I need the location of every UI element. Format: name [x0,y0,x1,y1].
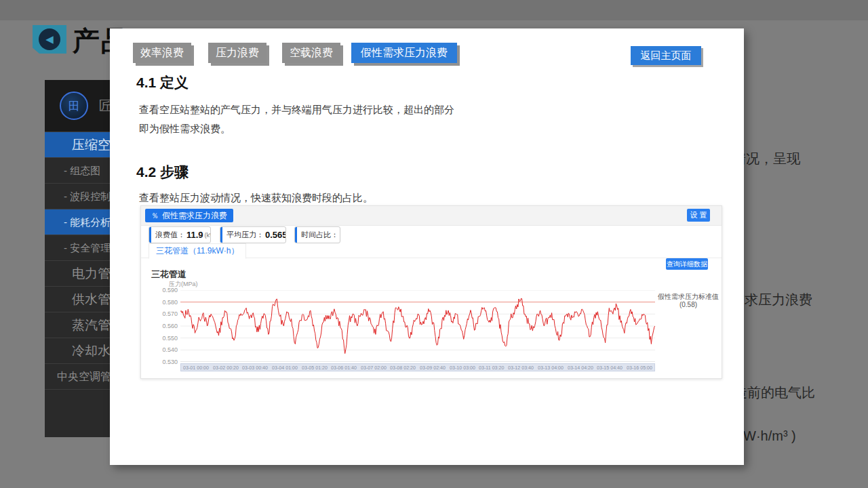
app-title-text: 假性需求压力浪费 [162,211,227,220]
background-text-fragment: 造前的电气比 [734,384,815,402]
y-tick-label: 0.550 [146,335,178,342]
nav-tab[interactable]: 压力浪费 [208,43,267,63]
y-axis-ticks: 0.5900.5800.5700.5600.5500.5400.530 [146,287,178,365]
section-heading-definition: 4.1 定义 [136,73,189,92]
x-tick-label: 03-03 00:40 [242,365,268,371]
threshold-value: (0.58) [658,301,719,309]
sidebar-logo-icon: 田 [60,92,88,120]
x-tick-label: 03-02 00:20 [213,365,239,371]
app-title-badge: ％假性需求压力浪费 [145,209,233,222]
x-tick-label: 03-16 05:00 [627,365,652,371]
x-tick-label: 03-04 01:00 [272,365,298,371]
settings-button[interactable]: 设 置 [687,209,710,222]
section-body-definition: 查看空压站整站的产气压力，并与终端用气压力进行比较，超出的部分 即为假性需求浪费… [139,100,454,138]
section-body-steps: 查看整站压力波动情况，快速获知浪费时段的占比。 [139,188,373,207]
y-tick-label: 0.570 [146,310,178,317]
top-strip [0,0,868,20]
threshold-annotation: 假性需求压力标准值 (0.58) [658,293,719,309]
page-background: ◀ 产品 田 匠 压缩空气- 组态图- 波段控制- 能耗分析- 安全管理电力管理… [0,0,868,488]
pipe-tab-row: 三花管道（11.9kW·h） [141,243,722,258]
app-header: ％假性需求压力浪费 设 置 [141,206,722,226]
stat-box: 时间占比：1.6% [294,226,340,243]
y-tick-label: 0.590 [146,287,178,293]
y-tick-label: 0.540 [146,346,178,353]
x-tick-label: 03-08 02:20 [390,365,416,371]
x-tick-label: 03-05 01:20 [302,365,328,371]
section-heading-steps: 4.2 步骤 [136,163,189,182]
back-to-main-button[interactable]: 返回主页面 [631,46,701,65]
background-text-fragment: W·h/m³ ) [743,428,796,444]
app-screenshot: ％假性需求压力浪费 设 置 浪费值：11.9(kW·h)平均压力：0.565Mp… [140,205,722,379]
x-tick-label: 03-14 04:20 [568,365,593,371]
pressure-line-chart [180,290,655,362]
x-tick-label: 03-13 04:00 [538,365,564,371]
content-modal: 效率浪费压力浪费空载浪费假性需求压力浪费 返回主页面 4.1 定义 查看空压站整… [110,28,744,465]
x-tick-label: 03-10 03:00 [450,365,475,371]
x-tick-label: 03-09 02:40 [420,365,446,371]
nav-tab[interactable]: 假性需求压力浪费 [351,43,457,63]
chart-title: 三花管道 [151,268,186,281]
back-icon: ◀ [39,28,60,50]
y-tick-label: 0.530 [146,359,178,365]
pipe-tab[interactable]: 三花管道（11.9kW·h） [149,243,246,259]
query-detail-button[interactable]: 查询详细数据 [666,258,708,270]
x-tick-label: 03-15 04:40 [597,365,623,371]
back-button-logo[interactable]: ◀ [33,25,66,54]
x-tick-label: 03-01 00:00 [183,365,209,371]
x-tick-label: 03-06 01:40 [331,365,357,371]
stat-box: 平均压力：0.565Mpa [220,226,286,243]
nav-tab[interactable]: 空载浪费 [282,43,340,63]
stat-box: 浪费值：11.9(kW·h) [149,226,211,243]
waste-icon: ％ [151,211,159,220]
y-tick-label: 0.560 [146,323,178,329]
threshold-label: 假性需求压力标准值 [658,293,719,301]
x-tick-label: 03-11 03:20 [479,365,505,371]
y-tick-label: 0.580 [146,299,178,306]
x-tick-label: 03-12 03:40 [508,365,534,371]
datazoom-slider[interactable]: 03-01 00:0003-02 00:2003-03 00:4003-04 0… [180,363,655,371]
x-tick-label: 03-07 02:00 [361,365,387,371]
nav-tab[interactable]: 效率浪费 [133,43,191,63]
